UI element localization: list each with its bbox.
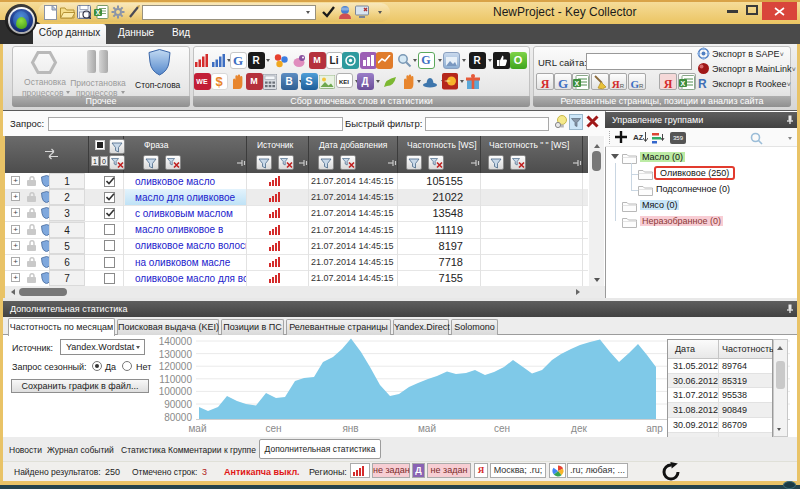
svg-text:X: X bbox=[575, 79, 580, 86]
svg-text:X: X bbox=[681, 79, 686, 86]
svg-text:X: X bbox=[96, 9, 101, 16]
svg-text:R: R bbox=[698, 77, 707, 90]
